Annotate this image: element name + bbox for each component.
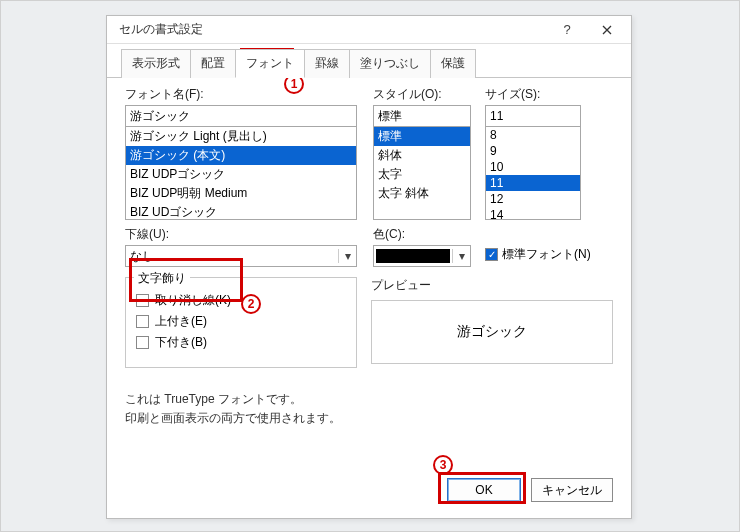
close-icon: [602, 25, 612, 35]
list-item[interactable]: 游ゴシック (本文): [126, 146, 356, 165]
effects-legend: 文字飾り: [134, 270, 190, 287]
list-item[interactable]: 9: [486, 143, 580, 159]
superscript-checkbox[interactable]: 上付き(E): [136, 313, 346, 330]
list-item[interactable]: BIZ UDP明朝 Medium: [126, 184, 356, 203]
list-item[interactable]: 8: [486, 127, 580, 143]
color-swatch: [376, 249, 450, 263]
font-size-list[interactable]: 8 9 10 11 12 14: [485, 126, 581, 220]
chevron-down-icon: ▾: [452, 249, 470, 263]
preview-sample: 游ゴシック: [457, 323, 527, 341]
font-style-label: スタイル(O):: [373, 86, 471, 103]
underline-value: なし: [126, 248, 338, 265]
list-item[interactable]: 標準: [374, 127, 470, 146]
note-line-2: 印刷と画面表示の両方で使用されます。: [125, 409, 613, 428]
note-line-1: これは TrueType フォントです。: [125, 390, 613, 409]
tab-strip: 表示形式 配置 フォント 罫線 塗りつぶし 保護: [107, 44, 631, 78]
tab-protection[interactable]: 保護: [430, 49, 476, 78]
list-item[interactable]: 12: [486, 191, 580, 207]
strikethrough-checkbox[interactable]: 取り消し線(K): [136, 292, 346, 309]
font-name-input[interactable]: [125, 105, 357, 127]
preview-legend: プレビュー: [371, 277, 613, 294]
check-icon: ✓: [485, 248, 498, 261]
color-combo[interactable]: ▾: [373, 245, 471, 267]
font-style-list[interactable]: 標準 斜体 太字 太字 斜体: [373, 126, 471, 220]
font-note: これは TrueType フォントです。 印刷と画面表示の両方で使用されます。: [125, 390, 613, 428]
font-size-input[interactable]: [485, 105, 581, 127]
cancel-button[interactable]: キャンセル: [531, 478, 613, 502]
effects-group: 文字飾り 取り消し線(K) 上付き(E) 下付き(B): [125, 277, 357, 368]
tab-alignment[interactable]: 配置: [190, 49, 236, 78]
font-style-input[interactable]: [373, 105, 471, 127]
app-background: セルの書式設定 ? 表示形式 配置 フォント 罫線 塗りつぶし 保護 フォント名…: [0, 0, 740, 532]
chevron-down-icon: ▾: [338, 249, 356, 263]
color-label: 色(C):: [373, 226, 471, 243]
list-item[interactable]: BIZ UDゴシック: [126, 203, 356, 220]
font-name-label: フォント名(F):: [125, 86, 357, 103]
list-item[interactable]: 14: [486, 207, 580, 220]
standard-font-checkbox[interactable]: ✓ 標準フォント(N): [485, 246, 613, 263]
tab-number[interactable]: 表示形式: [121, 49, 191, 78]
format-cells-dialog: セルの書式設定 ? 表示形式 配置 フォント 罫線 塗りつぶし 保護 フォント名…: [106, 15, 632, 519]
dialog-buttons: OK キャンセル: [107, 468, 631, 518]
list-item[interactable]: 太字: [374, 165, 470, 184]
list-item[interactable]: BIZ UDPゴシック: [126, 165, 356, 184]
superscript-label: 上付き(E): [155, 313, 207, 330]
list-item[interactable]: 11: [486, 175, 580, 191]
checkbox-icon: [136, 315, 149, 328]
subscript-checkbox[interactable]: 下付き(B): [136, 334, 346, 351]
tab-fill[interactable]: 塗りつぶし: [349, 49, 431, 78]
tab-font[interactable]: フォント: [235, 49, 305, 78]
dialog-title: セルの書式設定: [119, 21, 547, 38]
underline-label: 下線(U):: [125, 226, 357, 243]
tab-content: フォント名(F): 游ゴシック Light (見出し) 游ゴシック (本文) B…: [107, 78, 631, 468]
font-size-label: サイズ(S):: [485, 86, 581, 103]
checkbox-icon: [136, 294, 149, 307]
subscript-label: 下付き(B): [155, 334, 207, 351]
list-item[interactable]: 游ゴシック Light (見出し): [126, 127, 356, 146]
strikethrough-label: 取り消し線(K): [155, 292, 231, 309]
ok-button[interactable]: OK: [447, 478, 521, 502]
titlebar: セルの書式設定 ?: [107, 16, 631, 44]
tab-border[interactable]: 罫線: [304, 49, 350, 78]
list-item[interactable]: 10: [486, 159, 580, 175]
standard-font-label: 標準フォント(N): [502, 246, 591, 263]
close-button[interactable]: [587, 17, 627, 43]
preview-box: 游ゴシック: [371, 300, 613, 364]
list-item[interactable]: 太字 斜体: [374, 184, 470, 203]
underline-combo[interactable]: なし ▾: [125, 245, 357, 267]
help-button[interactable]: ?: [547, 17, 587, 43]
font-name-list[interactable]: 游ゴシック Light (見出し) 游ゴシック (本文) BIZ UDPゴシック…: [125, 126, 357, 220]
list-item[interactable]: 斜体: [374, 146, 470, 165]
checkbox-icon: [136, 336, 149, 349]
